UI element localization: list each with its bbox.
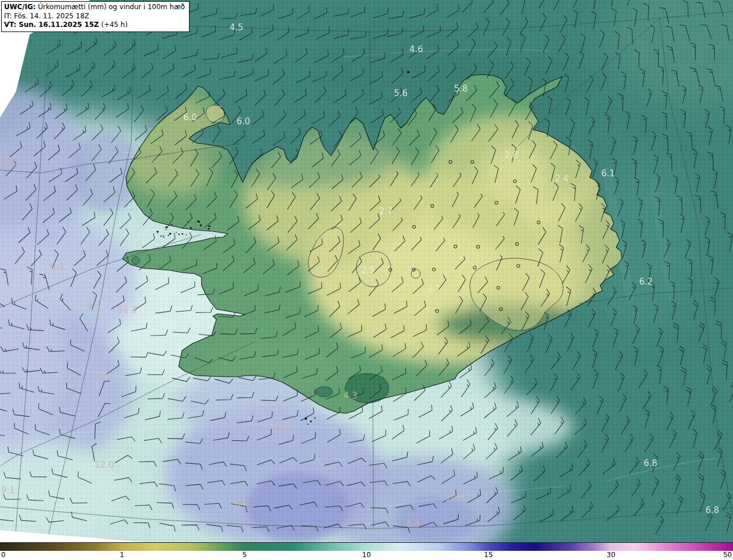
title-line-init-time: IT: Fös. 14. 11. 2025 18Z — [4, 12, 185, 21]
weather-map-page: 4.54.65.65.86.03.56.02.82.46.111.52.79.3… — [0, 0, 733, 560]
colorbar-tick-labels: 01510153050 — [0, 551, 733, 560]
colorbar-tick: 30 — [606, 551, 615, 559]
colorbar-tick: 0 — [1, 551, 6, 559]
title-line-valid-time: VT: Sun. 16.11.2025 15Z(+45 h) — [4, 21, 185, 30]
weather-map: 4.54.65.65.86.03.56.02.82.46.111.52.79.3… — [0, 0, 733, 542]
title-line-product: UWC/IG:Úrkomumætti (mm) og vindur i 100m… — [4, 3, 185, 12]
colorbar-tick: 15 — [484, 551, 492, 559]
valid-time: VT: Sun. 16.11.2025 15Z — [4, 21, 99, 29]
colorbar-tick: 5 — [242, 551, 247, 559]
product-label: UWC/IG: — [4, 3, 36, 11]
title-box: UWC/IG:Úrkomumætti (mm) og vindur i 100m… — [1, 1, 190, 32]
valid-time-offset: (+45 h) — [101, 21, 128, 29]
colorbar-tick: 10 — [362, 551, 371, 559]
product-text: Úrkomumætti (mm) og vindur i 100m hæð — [38, 3, 185, 11]
pixel-texture — [0, 0, 733, 542]
precipitation-colorbar — [0, 542, 733, 551]
colorbar-tick: 50 — [723, 551, 732, 559]
colorbar-tick: 1 — [120, 551, 124, 559]
